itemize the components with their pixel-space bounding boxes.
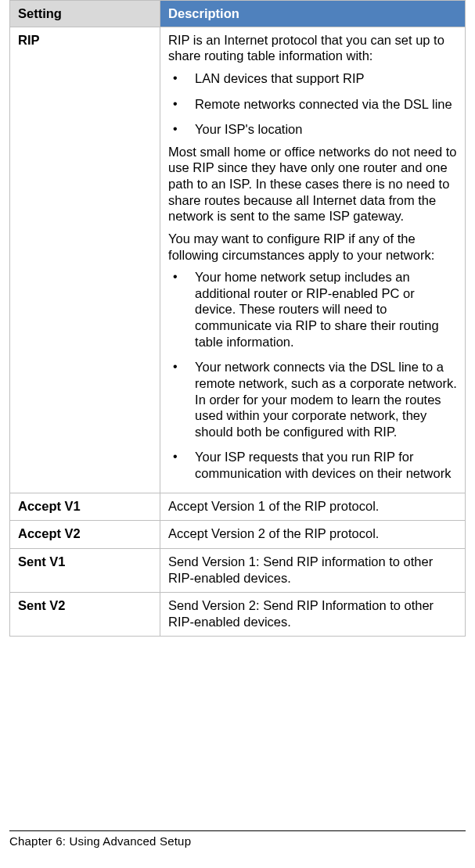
setting-name-sent-v1: Sent V1: [10, 548, 160, 592]
setting-desc-sent-v2: Send Version 2: Send RIP Information to …: [160, 593, 466, 637]
table-header-row: Setting Description: [10, 1, 466, 27]
setting-name-accept-v2: Accept V2: [10, 521, 160, 549]
list-item: Your network connects via the DSL line t…: [168, 359, 459, 439]
desc-text: Send Version 2: Send RIP Information to …: [168, 597, 459, 629]
settings-table: Setting Description RIP RIP is an Intern…: [9, 0, 466, 637]
desc-text: Accept Version 1 of the RIP protocol.: [168, 498, 459, 515]
table-row: Sent V1 Send Version 1: Send RIP informa…: [10, 548, 466, 592]
setting-desc-rip: RIP is an Internet protocol that you can…: [160, 27, 466, 493]
table-row: RIP RIP is an Internet protocol that you…: [10, 27, 466, 493]
setting-desc-accept-v2: Accept Version 2 of the RIP protocol.: [160, 521, 466, 549]
list-item: LAN devices that support RIP: [168, 70, 459, 87]
list-item: Your ISP's location: [168, 121, 459, 138]
header-description: Description: [160, 1, 466, 27]
footer-chapter: Chapter 6: Using Advanced Setup: [9, 834, 191, 848]
header-setting: Setting: [10, 1, 160, 27]
rip-list-2: Your home network setup includes an addi…: [168, 269, 459, 482]
desc-text: Accept Version 2 of the RIP protocol.: [168, 525, 459, 542]
desc-text: Send Version 1: Send RIP information to …: [168, 554, 459, 586]
setting-desc-accept-v1: Accept Version 1 of the RIP protocol.: [160, 493, 466, 521]
table-row: Accept V2 Accept Version 2 of the RIP pr…: [10, 521, 466, 549]
setting-name-rip: RIP: [10, 27, 160, 493]
rip-para-3: You may want to configure RIP if any of …: [168, 231, 459, 263]
rip-para-2: Most small home or office networks do no…: [168, 144, 459, 224]
table-row: Sent V2 Send Version 2: Send RIP Informa…: [10, 593, 466, 637]
footer-rule: [9, 830, 466, 831]
list-item: Your home network setup includes an addi…: [168, 269, 459, 350]
footer-text: Chapter 6: Using Advanced Setup: [9, 834, 466, 849]
setting-desc-sent-v1: Send Version 1: Send RIP information to …: [160, 548, 466, 592]
table-row: Accept V1 Accept Version 1 of the RIP pr…: [10, 493, 466, 521]
rip-list-1: LAN devices that support RIP Remote netw…: [168, 70, 459, 138]
setting-name-accept-v1: Accept V1: [10, 493, 160, 521]
setting-name-sent-v2: Sent V2: [10, 593, 160, 637]
rip-intro: RIP is an Internet protocol that you can…: [168, 32, 459, 64]
page-footer: Chapter 6: Using Advanced Setup: [9, 830, 466, 849]
list-item: Remote networks connected via the DSL li…: [168, 96, 459, 113]
list-item: Your ISP requests that you run RIP for c…: [168, 449, 459, 481]
